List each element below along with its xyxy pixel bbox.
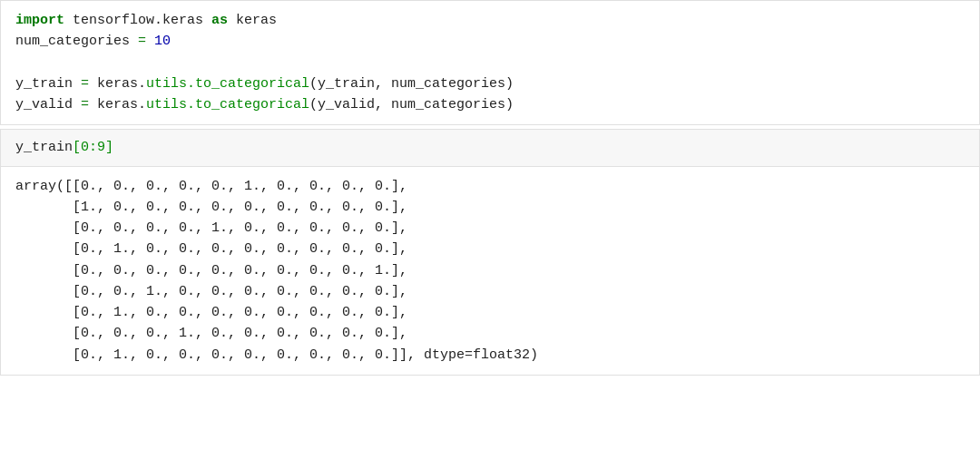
operator-eq: =: [81, 97, 89, 112]
code-content-1: import tensorflow.keras as keras num_cat…: [15, 10, 965, 115]
expr-cell: y_train[0:9]: [0, 129, 980, 166]
code-text: [146, 34, 154, 49]
function-call: utils.to_categorical: [146, 97, 309, 112]
expr-var: y_train: [15, 140, 73, 155]
output-content: array([[0., 0., 0., 0., 0., 1., 0., 0., …: [15, 176, 965, 366]
output-text: array([[0., 0., 0., 0., 0., 1., 0., 0., …: [15, 179, 538, 363]
output-cell: array([[0., 0., 0., 0., 0., 1., 0., 0., …: [0, 167, 980, 376]
expr-content: y_train[0:9]: [15, 137, 965, 158]
operator-eq: =: [81, 76, 89, 92]
keyword-import: import: [15, 13, 64, 28]
number-literal: 10: [154, 34, 171, 49]
operator-eq: =: [138, 34, 146, 49]
code-text: keras.: [89, 76, 146, 92]
expr-slice: [0:9]: [73, 140, 113, 155]
code-text: y_train: [15, 76, 81, 92]
code-text: tensorflow.keras: [64, 13, 211, 28]
keyword-as: as: [211, 13, 228, 28]
code-text: (y_valid, num_categories): [309, 97, 514, 112]
code-text: keras.: [89, 97, 146, 112]
code-cell-1: import tensorflow.keras as keras num_cat…: [0, 0, 980, 125]
function-call: utils.to_categorical: [146, 76, 309, 92]
